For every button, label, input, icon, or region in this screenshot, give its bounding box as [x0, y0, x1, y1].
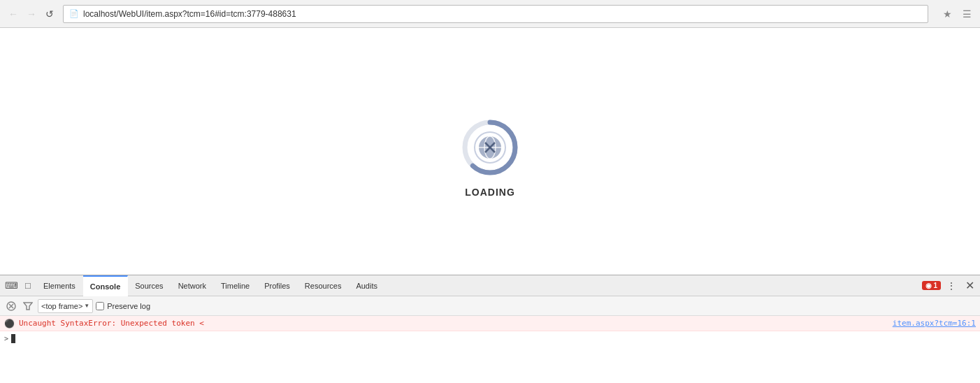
console-error-source-link[interactable]: item.aspx?tcm=16:1: [893, 319, 976, 328]
bookmark-button[interactable]: ★: [939, 6, 955, 22]
address-bar[interactable]: 📄 localhost/WebUI/item.aspx?tcm=16#id=tc…: [63, 5, 928, 23]
main-content: LOADING: [0, 28, 980, 275]
svg-marker-11: [24, 303, 32, 310]
tab-resources[interactable]: Resources: [298, 275, 350, 296]
forward-button[interactable]: →: [24, 6, 39, 22]
browser-actions: ★ ☰: [939, 6, 974, 22]
url-text: localhost/WebUI/item.aspx?tcm=16#id=tcm:…: [83, 9, 296, 19]
error-count-badge: ◉ 1: [922, 281, 941, 290]
loading-spinner: [462, 120, 518, 175]
clear-icon: [6, 301, 16, 311]
console-input-row: >: [0, 331, 980, 345]
tab-audits[interactable]: Audits: [349, 275, 385, 296]
page-icon: 📄: [69, 9, 79, 18]
tab-timeline[interactable]: Timeline: [214, 275, 257, 296]
devtools-close-button[interactable]: ✕: [962, 278, 977, 294]
devtools-tab-bar: ⌨ □ Elements Console Sources Network Tim…: [0, 275, 980, 296]
devtools-tabs-right: ◉ 1 ⋮ ✕: [922, 278, 977, 294]
loading-container: LOADING: [462, 120, 518, 198]
console-cursor: [11, 334, 15, 343]
filter-button[interactable]: [21, 299, 35, 313]
console-error-row: ⚫ Uncaught SyntaxError: Unexpected token…: [0, 316, 980, 331]
devtools-menu-button[interactable]: ⋮: [944, 278, 959, 294]
devtools-toolbar: <top frame> ▼ Preserve log: [0, 296, 980, 316]
device-mode-icon[interactable]: ⌨: [3, 277, 20, 294]
frame-selector[interactable]: <top frame> ▼: [38, 299, 93, 313]
error-circle-icon: ⚫: [4, 319, 15, 328]
console-chevron-icon: >: [4, 335, 8, 342]
devtools-panel: ⌨ □ Elements Console Sources Network Tim…: [0, 275, 980, 383]
preserve-log-label[interactable]: Preserve log: [96, 302, 150, 310]
loading-text: LOADING: [465, 187, 515, 198]
inspect-icon[interactable]: □: [20, 277, 36, 294]
error-icon: ◉: [925, 282, 932, 289]
devtools-console[interactable]: ⚫ Uncaught SyntaxError: Unexpected token…: [0, 316, 980, 383]
tab-network[interactable]: Network: [171, 275, 214, 296]
preserve-log-text: Preserve log: [107, 302, 150, 310]
browser-chrome: ← → ↺ 📄 localhost/WebUI/item.aspx?tcm=16…: [0, 0, 980, 28]
tab-sources[interactable]: Sources: [128, 275, 171, 296]
tab-elements[interactable]: Elements: [36, 275, 83, 296]
frame-selector-text: <top frame>: [41, 302, 82, 310]
filter-icon: [23, 301, 33, 311]
refresh-button[interactable]: ↺: [42, 6, 57, 22]
tab-console[interactable]: Console: [83, 275, 128, 296]
menu-button[interactable]: ☰: [959, 6, 974, 22]
nav-buttons: ← → ↺: [6, 6, 57, 22]
clear-console-button[interactable]: [4, 299, 18, 313]
preserve-log-checkbox[interactable]: [96, 302, 104, 310]
frame-selector-arrow: ▼: [84, 303, 89, 309]
back-button[interactable]: ←: [6, 6, 21, 22]
console-error-message: Uncaught SyntaxError: Unexpected token <: [19, 319, 888, 328]
tab-profiles[interactable]: Profiles: [257, 275, 298, 296]
